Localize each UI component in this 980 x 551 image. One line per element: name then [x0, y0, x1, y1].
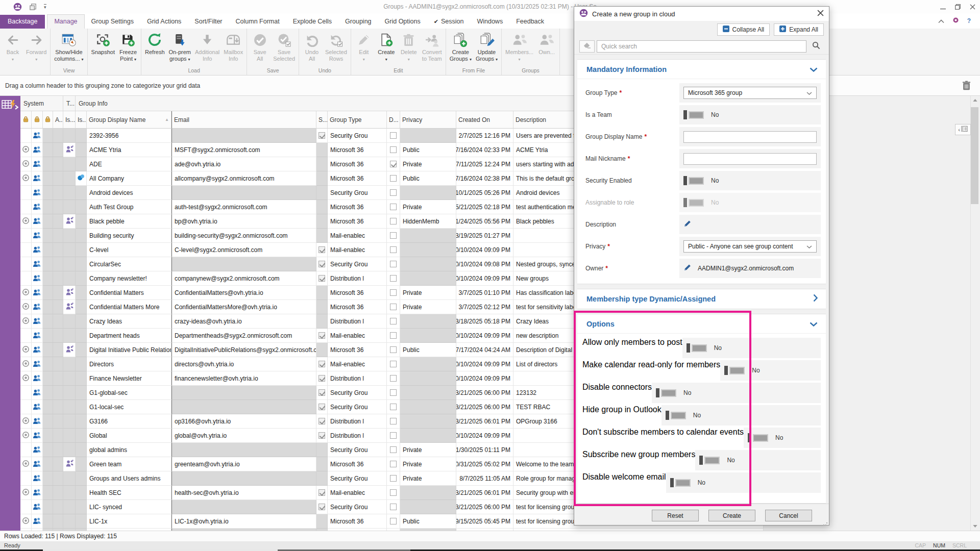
- cell-display-name[interactable]: CircularSec: [87, 257, 172, 271]
- cell-created-on[interactable]: 7/16/2024 02:33 PM: [456, 143, 513, 157]
- quick-search-input[interactable]: [597, 40, 806, 53]
- cell-sync[interactable]: [20, 186, 32, 200]
- cell-group-type[interactable]: Security Grou: [328, 471, 387, 486]
- grouping-drop-zone[interactable]: Drag a column header to this grouping zo…: [0, 76, 980, 96]
- cell-group-kind[interactable]: [32, 171, 43, 186]
- cell-group-kind[interactable]: [32, 129, 43, 143]
- cell-is-yammer[interactable]: [76, 129, 87, 143]
- column-header-created-on[interactable]: Created On: [456, 111, 513, 129]
- cell-group-kind[interactable]: [32, 471, 43, 486]
- toggle-assignable-to-role[interactable]: [683, 198, 704, 207]
- cell-sync[interactable]: [20, 343, 32, 357]
- cell-group-kind[interactable]: [32, 143, 43, 157]
- cell-privacy[interactable]: [400, 400, 456, 414]
- dropdown-group-type[interactable]: Microsoft 365 group: [683, 87, 817, 99]
- cell-sync[interactable]: [20, 229, 32, 243]
- cell-security-enabled[interactable]: [316, 400, 328, 414]
- column-header-group-type[interactable]: Group Type: [328, 111, 387, 129]
- cell-d[interactable]: [387, 357, 400, 371]
- tab-grouping[interactable]: Grouping: [338, 15, 378, 29]
- cell-group-type[interactable]: Distribution l: [328, 414, 387, 429]
- cell-display-name[interactable]: Digital Initiative Public Relations: [87, 343, 172, 357]
- own--button[interactable]: Own...: [535, 30, 558, 56]
- cell-display-name[interactable]: LIC- synced: [87, 500, 172, 514]
- cell-privacy[interactable]: [400, 371, 456, 386]
- cell-display-name[interactable]: LIC-1x: [87, 514, 172, 529]
- edit-pencil-icon[interactable]: [683, 219, 692, 230]
- cell-is-teams[interactable]: [63, 443, 76, 457]
- toggle-don-t-subscribe-members-to-calendar-events[interactable]: [748, 433, 768, 442]
- cell-is-teams[interactable]: [63, 271, 76, 286]
- checkbox-d[interactable]: [390, 304, 397, 310]
- cell-group-type[interactable]: Microsoft 36: [328, 300, 387, 314]
- cell-is-teams[interactable]: [63, 471, 76, 486]
- cell-email[interactable]: MSFT@sygx2.onmicrosoft.com: [172, 143, 316, 157]
- cell-security-enabled[interactable]: [316, 414, 328, 429]
- cell-privacy[interactable]: Private: [400, 471, 456, 486]
- cell-is-teams[interactable]: [63, 357, 76, 371]
- cell-is-yammer[interactable]: [76, 443, 87, 457]
- checkbox-d[interactable]: [390, 189, 397, 196]
- collapse-panel-button[interactable]: ‹: [955, 124, 971, 135]
- cell-is-teams[interactable]: [63, 186, 76, 200]
- cell-display-name[interactable]: Company newsletter!: [87, 271, 172, 286]
- cell-security-enabled[interactable]: [316, 129, 328, 143]
- cell-group-kind[interactable]: [32, 386, 43, 400]
- help-icon[interactable]: ?: [967, 17, 971, 24]
- cell-created-on[interactable]: 8/7/2025 11:05 AM: [456, 471, 513, 486]
- cell-is-yammer[interactable]: [76, 329, 87, 343]
- cell-display-name[interactable]: All Company: [87, 171, 172, 186]
- cell-is-teams[interactable]: [63, 371, 76, 386]
- cell-email[interactable]: [172, 500, 316, 514]
- cell-is-yammer[interactable]: [76, 186, 87, 200]
- cell-display-name[interactable]: Green team: [87, 457, 172, 471]
- cell-group-kind[interactable]: [32, 371, 43, 386]
- cell-is-teams[interactable]: [63, 429, 76, 443]
- cell-group-type[interactable]: Security Grou: [328, 386, 387, 400]
- column-header-a[interactable]: A...: [53, 111, 63, 129]
- cell-sync[interactable]: [20, 457, 32, 471]
- qat-customize-arrow-icon[interactable]: ▾: [44, 4, 46, 9]
- cell-is-yammer[interactable]: [76, 214, 87, 229]
- cell-display-name[interactable]: Directors: [87, 357, 172, 371]
- cell-display-name[interactable]: G3166: [87, 414, 172, 429]
- edit-button[interactable]: Edit▾: [353, 30, 375, 63]
- delete-button[interactable]: Delete▾: [398, 30, 420, 63]
- undo-all-button[interactable]: UndoAll: [301, 30, 323, 62]
- cell-sync[interactable]: [20, 357, 32, 371]
- cell-group-type[interactable]: Security Grou: [328, 257, 387, 271]
- snapshot-button[interactable]: Snapshot: [89, 30, 117, 56]
- cell-group-type[interactable]: Microsoft 36: [328, 200, 387, 214]
- band-t[interactable]: T...: [63, 96, 76, 111]
- cell-privacy[interactable]: Public: [400, 143, 456, 157]
- minimize-button[interactable]: [936, 1, 950, 13]
- cell-group-type[interactable]: Distribution l: [328, 371, 387, 386]
- scroll-up-icon[interactable]: [971, 96, 979, 105]
- cell-created-on[interactable]: 3/7/2025 01:10 PM: [456, 286, 513, 300]
- resize-grip[interactable]: [823, 521, 828, 526]
- cell-sync[interactable]: [20, 243, 32, 257]
- cell-d[interactable]: [387, 457, 400, 471]
- cell-group-kind[interactable]: [32, 457, 43, 471]
- cell-security-enabled[interactable]: [316, 357, 328, 371]
- cell-group-type[interactable]: Mail-enablec: [328, 357, 387, 371]
- cell-d[interactable]: [387, 371, 400, 386]
- cell-group-kind[interactable]: [32, 343, 43, 357]
- input-group-display-name[interactable]: [683, 131, 817, 143]
- cell-is-yammer[interactable]: [76, 243, 87, 257]
- checkbox-security-enabled[interactable]: [318, 389, 325, 396]
- mailbox-info-button[interactable]: MailboxInfo: [222, 30, 245, 62]
- cell-is-teams[interactable]: [63, 400, 76, 414]
- checkbox-d[interactable]: [390, 246, 397, 253]
- toggle-security-enabled[interactable]: [683, 176, 704, 185]
- checkbox-d[interactable]: [390, 489, 397, 496]
- cell-privacy[interactable]: [400, 257, 456, 271]
- cell-email[interactable]: [172, 386, 316, 400]
- grid-side-strip[interactable]: [0, 96, 20, 531]
- checkbox-d[interactable]: [390, 346, 397, 353]
- cell-is-yammer[interactable]: [76, 171, 87, 186]
- cell-created-on[interactable]: 2/7/2025 12:16 PM: [456, 129, 513, 143]
- cell-d[interactable]: [387, 386, 400, 400]
- cell-is-yammer[interactable]: [76, 471, 87, 486]
- checkbox-d[interactable]: [390, 146, 397, 153]
